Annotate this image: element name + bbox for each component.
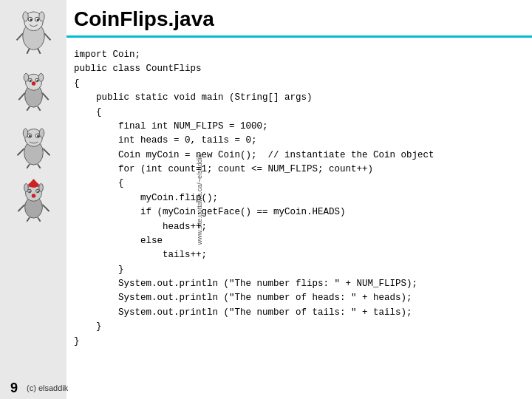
main-content: import Coin; public class CountFlips { p…	[66, 41, 532, 377]
sidebar: www.site.uottawa.ca/~elsaddik	[0, 0, 66, 399]
svg-point-7	[38, 12, 44, 21]
svg-line-35	[27, 164, 30, 168]
svg-line-8	[16, 33, 22, 40]
svg-line-50	[27, 217, 30, 222]
svg-point-29	[29, 135, 31, 137]
figure-3	[13, 121, 54, 169]
svg-line-23	[27, 106, 30, 111]
svg-point-20	[31, 81, 35, 86]
svg-point-44	[38, 183, 43, 191]
svg-line-49	[42, 205, 49, 211]
svg-point-16	[30, 80, 31, 81]
svg-line-11	[38, 48, 41, 53]
figure-4	[13, 175, 54, 223]
svg-point-32	[39, 129, 44, 137]
svg-marker-46	[28, 179, 39, 185]
svg-point-4	[30, 19, 32, 21]
svg-line-21	[18, 93, 24, 100]
svg-point-6	[22, 12, 27, 21]
svg-point-41	[29, 191, 30, 192]
svg-point-42	[37, 191, 38, 192]
svg-point-17	[36, 80, 38, 81]
svg-line-10	[27, 48, 30, 53]
svg-line-36	[38, 164, 41, 168]
svg-point-43	[24, 183, 27, 191]
svg-line-51	[38, 217, 41, 222]
title-bar: CoinFlips.java	[0, 0, 532, 38]
svg-point-47	[31, 194, 35, 198]
bottom-bar: 9 (c) elsaddik	[0, 377, 532, 399]
svg-point-19	[38, 73, 43, 81]
svg-point-5	[36, 19, 38, 21]
svg-point-18	[24, 73, 28, 81]
svg-point-30	[37, 135, 39, 137]
svg-line-24	[38, 106, 41, 111]
svg-line-34	[43, 149, 50, 155]
svg-line-22	[42, 93, 48, 100]
svg-point-31	[23, 129, 27, 137]
page-title: CoinFlips.java	[74, 7, 532, 31]
code-block: import Coin; public class CountFlips { p…	[74, 48, 525, 349]
copyright-text: (c) elsaddik	[27, 383, 68, 392]
page-number: 9	[10, 381, 18, 396]
svg-line-48	[18, 205, 24, 211]
figure-2	[13, 64, 54, 112]
svg-line-33	[17, 149, 24, 155]
svg-line-9	[44, 33, 50, 40]
figure-1	[13, 7, 54, 55]
